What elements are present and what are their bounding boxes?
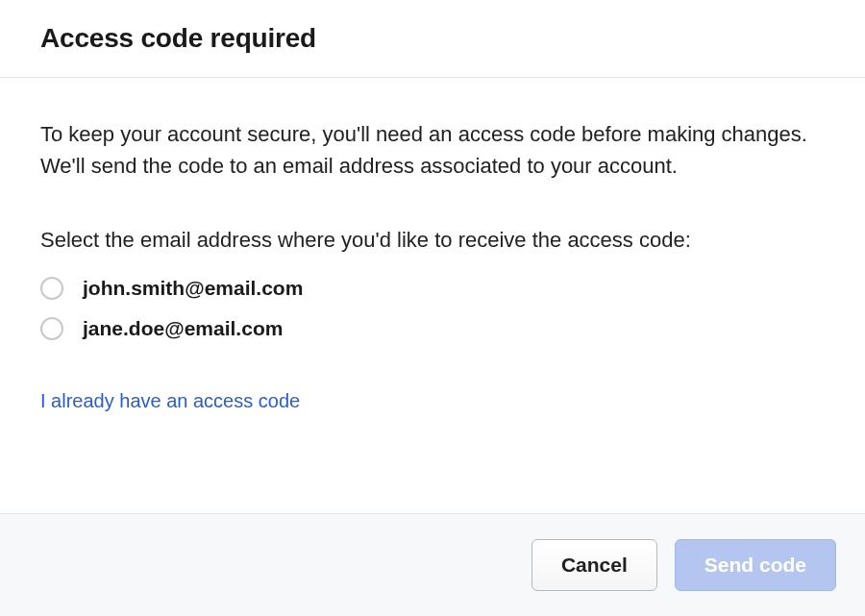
radio-icon [40,277,63,300]
send-code-button[interactable]: Send code [675,539,836,591]
radio-icon [40,317,63,340]
dialog-prompt: Select the email address where you'd lik… [40,224,825,256]
access-code-dialog: Access code required To keep your accoun… [0,0,865,616]
email-option-label: jane.doe@email.com [83,317,283,340]
email-radio-group: john.smith@email.com jane.doe@email.com [40,277,825,340]
dialog-title: Access code required [40,23,825,54]
email-option-label: john.smith@email.com [83,277,303,300]
dialog-body: To keep your account secure, you'll need… [0,78,865,513]
cancel-button[interactable]: Cancel [531,539,657,591]
already-have-code-link[interactable]: I already have an access code [40,390,300,412]
dialog-header: Access code required [0,0,865,78]
dialog-footer: Cancel Send code [0,513,865,616]
dialog-description: To keep your account secure, you'll need… [40,118,825,182]
email-option-1[interactable]: jane.doe@email.com [40,317,825,340]
email-option-0[interactable]: john.smith@email.com [40,277,825,300]
